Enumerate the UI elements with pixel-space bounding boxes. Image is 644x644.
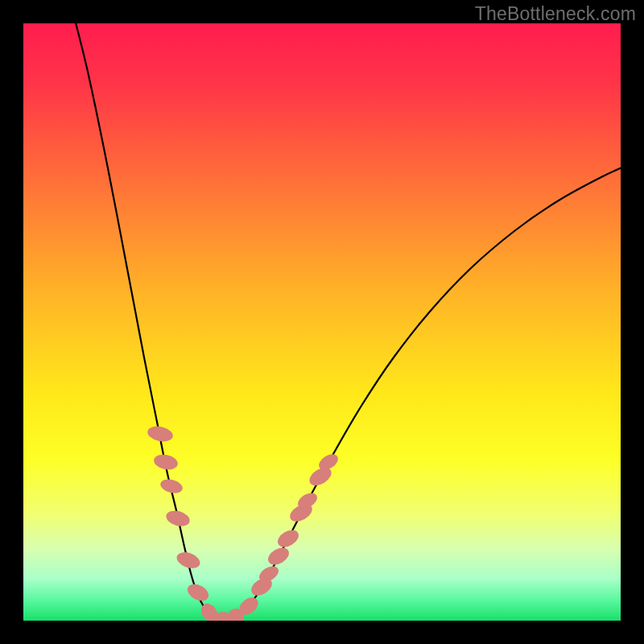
curve-marker xyxy=(152,452,179,472)
outer-frame: TheBottleneck.com xyxy=(0,0,644,644)
watermark-text: TheBottleneck.com xyxy=(475,3,636,25)
curve-path xyxy=(72,23,621,620)
curve-marker xyxy=(159,477,184,495)
plot-area xyxy=(23,23,621,621)
curve-marker xyxy=(146,424,174,444)
curve-markers xyxy=(146,424,341,621)
curve-marker xyxy=(184,580,211,604)
curve-marker xyxy=(275,526,301,551)
curve-marker xyxy=(265,544,291,568)
curve-marker xyxy=(175,549,202,571)
bottleneck-curve xyxy=(23,23,621,621)
curve-marker xyxy=(164,508,192,529)
